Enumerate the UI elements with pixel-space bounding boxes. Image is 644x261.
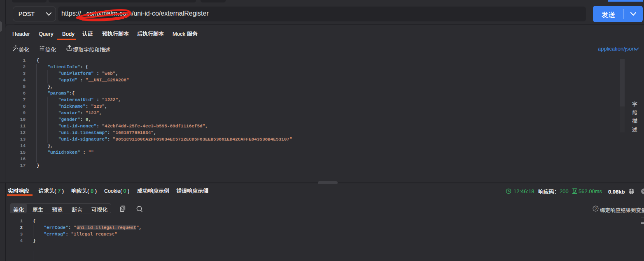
svg-text:?: ? xyxy=(595,207,597,211)
